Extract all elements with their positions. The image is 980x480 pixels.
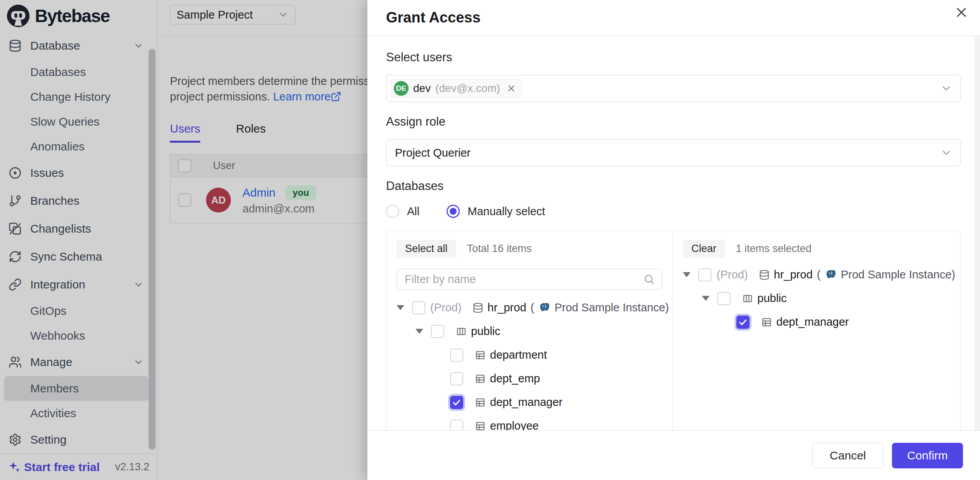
- select-users-label: Select users: [386, 51, 961, 64]
- caret-down-icon[interactable]: [702, 296, 710, 301]
- tree-node-name: public: [471, 325, 500, 338]
- caret-slot: [397, 305, 412, 310]
- table-icon: [475, 373, 486, 384]
- modal-header: Grant Access: [367, 0, 980, 36]
- selected-tree: (Prod)hr_prod(Prod Sample Instance)publi…: [683, 263, 955, 334]
- chevron-down-icon: [940, 147, 952, 159]
- schema-icon: [742, 293, 753, 304]
- tree-row-dept_manager[interactable]: dept_manager: [435, 390, 662, 414]
- modal-title: Grant Access: [386, 9, 481, 26]
- selected-user-chip: DE dev (dev@x.com): [391, 79, 521, 98]
- tree-row-text: dept_manager: [755, 316, 849, 328]
- tree-node-name: public: [757, 292, 787, 305]
- checkbox-employee[interactable]: [450, 420, 463, 431]
- table-icon: [475, 397, 486, 408]
- source-pane: Select all Total 16 items (Prod)hr_prod(…: [386, 231, 673, 430]
- search-icon: [643, 273, 655, 285]
- tree-row-text: employee: [468, 420, 539, 430]
- selected-user-email: (dev@x.com): [435, 82, 500, 95]
- table-icon: [761, 317, 772, 328]
- caret-slot: [416, 329, 431, 334]
- tree-row-text: dept_emp: [468, 372, 540, 385]
- tree-row-text: department: [468, 349, 547, 361]
- close-icon[interactable]: [954, 5, 969, 20]
- environment-label: (Prod): [430, 301, 462, 314]
- cancel-button[interactable]: Cancel: [812, 443, 883, 468]
- filter-input-wrap: [397, 269, 662, 290]
- tree-row-hr_prod[interactable]: (Prod)hr_prod(Prod Sample Instance): [397, 296, 662, 319]
- caret-down-icon[interactable]: [397, 305, 404, 310]
- chevron-down-icon: [940, 82, 952, 95]
- checkbox-dept_manager[interactable]: [736, 316, 750, 329]
- caret-down-icon[interactable]: [416, 329, 423, 334]
- filter-input[interactable]: [404, 273, 643, 286]
- databases-scope-radios: All Manually select: [386, 205, 961, 218]
- tree-node-name: dept_manager: [490, 396, 563, 409]
- tree-row-public[interactable]: public: [702, 287, 955, 310]
- tree-row-department[interactable]: department: [435, 343, 662, 367]
- environment-label: (Prod): [717, 268, 748, 281]
- database-icon: [759, 269, 770, 280]
- radio-manually-select[interactable]: Manually select: [447, 205, 545, 218]
- databases-label: Databases: [386, 180, 961, 192]
- selected-pane: Clear 1 items selected (Prod)hr_prod(Pro…: [673, 231, 965, 430]
- tree-row-text: (Prod)hr_prod(Prod Sample Instance): [717, 268, 955, 281]
- radio-circle-checked: [447, 205, 460, 218]
- selected-user-name: dev: [413, 82, 431, 95]
- checkbox-hr_prod[interactable]: [698, 268, 712, 281]
- database-icon: [473, 302, 483, 313]
- modal-scrollbar[interactable]: [975, 36, 980, 430]
- checkbox-hr_prod[interactable]: [412, 301, 425, 314]
- total-items-label: Total 16 items: [467, 243, 532, 255]
- tree-node-name: dept_manager: [776, 316, 849, 328]
- source-tree: (Prod)hr_prod(Prod Sample Instance)publi…: [397, 296, 662, 430]
- checkbox-dept_emp[interactable]: [450, 372, 463, 385]
- select-users-field[interactable]: DE dev (dev@x.com): [386, 75, 961, 102]
- tree-row-employee[interactable]: employee: [435, 414, 662, 430]
- selected-count-label: 1 items selected: [736, 243, 812, 255]
- tree-row-public[interactable]: public: [416, 319, 662, 343]
- radio-circle: [386, 205, 399, 218]
- checkbox-department[interactable]: [450, 349, 463, 362]
- role-value: Project Querier: [391, 147, 471, 159]
- caret-down-icon[interactable]: [683, 272, 691, 277]
- tree-row-hr_prod[interactable]: (Prod)hr_prod(Prod Sample Instance): [683, 263, 955, 287]
- assign-role-label: Assign role: [386, 116, 961, 128]
- confirm-button[interactable]: Confirm: [892, 443, 963, 468]
- tree-row-dept_emp[interactable]: dept_emp: [435, 367, 662, 390]
- checkbox-public[interactable]: [717, 292, 731, 305]
- postgresql-icon: [825, 269, 836, 281]
- tree-node-name: department: [490, 349, 547, 361]
- remove-user-icon[interactable]: [506, 83, 516, 93]
- instance-paren: (: [531, 301, 535, 314]
- tree-row-text: dept_manager: [468, 396, 563, 409]
- checkbox-dept_manager[interactable]: [450, 396, 463, 409]
- table-icon: [475, 421, 486, 431]
- database-transfer-panel: Select all Total 16 items (Prod)hr_prod(…: [386, 231, 961, 430]
- tree-node-name: hr_prod: [774, 268, 813, 281]
- modal-body: Select users DE dev (dev@x.com) Assign r…: [367, 36, 980, 430]
- instance-name: Prod Sample Instance): [554, 301, 669, 314]
- tree-node-name: hr_prod: [488, 301, 526, 314]
- modal-footer: Cancel Confirm: [367, 430, 980, 480]
- avatar: DE: [394, 81, 409, 96]
- clear-button[interactable]: Clear: [683, 240, 725, 257]
- tree-row-text: (Prod)hr_prod(Prod Sample Instance): [430, 301, 669, 314]
- grant-access-modal: Grant Access Select users DE dev (dev@x.…: [367, 0, 980, 480]
- instance-name: Prod Sample Instance): [841, 268, 955, 281]
- schema-icon: [456, 326, 467, 337]
- checkbox-public[interactable]: [431, 325, 444, 338]
- assign-role-select[interactable]: Project Querier: [386, 139, 961, 166]
- caret-slot: [702, 296, 717, 301]
- table-icon: [475, 350, 486, 361]
- tree-node-name: dept_emp: [490, 372, 540, 385]
- tree-row-text: public: [449, 325, 500, 338]
- tree-node-name: employee: [490, 420, 539, 430]
- tree-row-text: public: [736, 292, 787, 305]
- select-all-button[interactable]: Select all: [397, 240, 456, 257]
- instance-paren: (: [817, 268, 821, 281]
- caret-slot: [683, 272, 698, 277]
- radio-all[interactable]: All: [386, 205, 419, 218]
- postgresql-icon: [538, 302, 550, 314]
- tree-row-dept_manager[interactable]: dept_manager: [721, 310, 955, 334]
